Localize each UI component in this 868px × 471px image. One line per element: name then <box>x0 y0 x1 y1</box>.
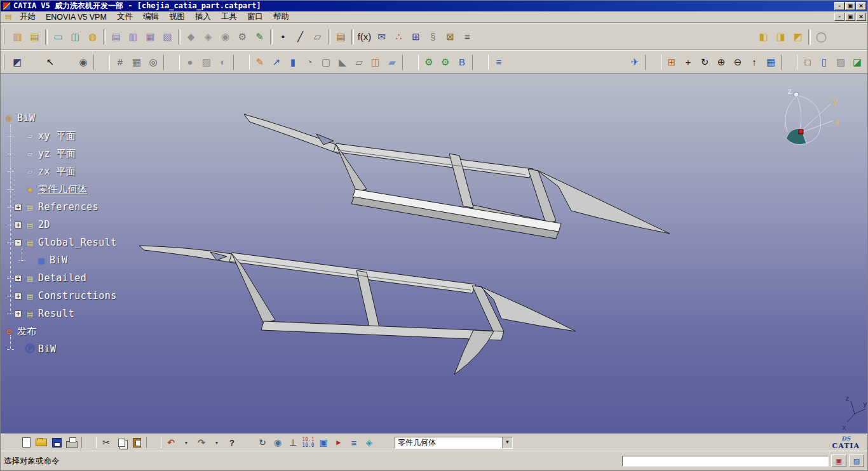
document-minimize-button[interactable]: - <box>834 13 844 21</box>
tree-item[interactable]: - ▤ Global_Result <box>3 234 117 251</box>
pocket-icon[interactable]: ▢ <box>318 55 334 70</box>
axis-system-icon[interactable] <box>285 435 301 449</box>
wireframe-cube-icon[interactable]: □ <box>799 55 816 70</box>
manual-update-icon[interactable]: ⚙ <box>437 55 454 70</box>
exit-workbench-icon[interactable]: ↗ <box>268 55 285 70</box>
design-table-icon[interactable]: ⊞ <box>407 29 424 45</box>
pan-icon[interactable]: + <box>680 55 696 70</box>
open-document-icon[interactable] <box>34 435 49 449</box>
update-arrow-icon[interactable] <box>331 435 346 449</box>
side-frame-lower[interactable] <box>139 246 576 375</box>
save-icon[interactable] <box>49 435 64 449</box>
undo-history-dropdown-icon[interactable] <box>179 435 194 449</box>
snap-to-point-icon[interactable]: # <box>112 55 128 70</box>
mass-properties-icon[interactable]: ◍ <box>84 29 101 45</box>
tree-item[interactable]: + ▤ Result <box>3 305 117 322</box>
redo-history-dropdown-icon[interactable] <box>209 435 224 449</box>
tree-expander[interactable]: - <box>15 239 22 246</box>
line-icon[interactable]: ╱ <box>292 29 309 45</box>
tree-item[interactable]: ▱ yz 平面 <box>3 145 117 163</box>
structure-list-icon[interactable] <box>346 435 362 449</box>
tree-item[interactable]: Ⓟ BiW <box>3 340 117 358</box>
document-close-button[interactable]: × <box>856 13 866 21</box>
restore-button[interactable]: ▣ <box>845 2 855 10</box>
checker-plane-icon[interactable]: ▨ <box>832 55 849 70</box>
tree-item[interactable]: ▱ zx 平面 <box>3 163 117 180</box>
freestyle-cut-icon[interactable]: ▦ <box>142 29 159 45</box>
open-catalog-icon[interactable]: ▤ <box>26 29 43 45</box>
menu-item[interactable]: 工具 <box>216 11 242 23</box>
tree-item[interactable]: + ▤ References <box>3 198 117 216</box>
tree-item[interactable]: ⚙ 发布 <box>3 322 117 340</box>
side-frame-upper[interactable] <box>244 114 670 239</box>
normal-view-icon[interactable]: ↑ <box>746 55 763 70</box>
compass[interactable]: z y x <box>785 87 839 145</box>
freestyle-paste-icon[interactable]: ▥ <box>125 29 142 45</box>
groove-icon[interactable]: ◔ <box>301 55 318 70</box>
zoom-out-icon[interactable]: ⊖ <box>729 55 746 70</box>
tree-expander[interactable]: + <box>15 293 22 300</box>
zoom-in-icon[interactable]: ⊕ <box>713 55 729 70</box>
work-grid-icon[interactable]: ▦ <box>128 55 145 70</box>
tree-item[interactable]: + ▤ Constructions <box>3 287 117 305</box>
lock-icon[interactable]: ⊠ <box>442 29 459 45</box>
ring-icon[interactable]: ◯ <box>813 29 830 45</box>
menu-item[interactable]: 视图 <box>164 11 190 23</box>
half-shaded-sphere-icon[interactable]: ◐ <box>215 55 231 70</box>
status-button-left[interactable]: ▣ <box>831 454 846 467</box>
create-multi-view-icon[interactable]: ▦ <box>763 55 779 70</box>
plane-icon[interactable]: ▱ <box>309 29 326 45</box>
sketcher-icon[interactable]: ✎ <box>252 55 268 70</box>
menu-item[interactable]: 窗口 <box>242 11 268 23</box>
document-restore-button[interactable]: ▣ <box>845 13 855 21</box>
close-button[interactable]: × <box>856 2 866 10</box>
catalog-browser-icon[interactable] <box>270 435 285 449</box>
hatch-plane-icon[interactable]: ▨ <box>198 55 215 70</box>
whats-this-icon[interactable] <box>224 435 240 449</box>
status-button-right[interactable]: ▨ <box>849 454 864 467</box>
toolbar-grip[interactable] <box>3 55 6 70</box>
tree-item[interactable]: ▱ xy 平面 <box>3 127 117 145</box>
snap-values-icon[interactable] <box>301 435 316 449</box>
link-manager-icon[interactable]: ◩ <box>9 55 25 70</box>
active-body-combobox[interactable]: 零件几何体 ▼ <box>395 437 513 449</box>
chamfer-icon[interactable]: ◣ <box>334 55 351 70</box>
tree-expander[interactable]: + <box>15 222 22 229</box>
point-icon[interactable]: • <box>275 29 292 45</box>
tree-expander[interactable]: + <box>15 204 22 211</box>
viewport-3d[interactable]: z y x z y x <box>1 74 867 434</box>
toolbar-grip[interactable] <box>3 29 6 44</box>
link-icon[interactable]: § <box>424 29 442 45</box>
thick-surface-icon[interactable]: ▰ <box>384 55 400 70</box>
document-window-icon[interactable]: ▤ <box>4 13 13 21</box>
refresh-icon[interactable] <box>255 435 270 449</box>
power-input-field[interactable] <box>622 456 829 467</box>
shading-cylinder-icon[interactable]: ▯ <box>816 55 832 70</box>
constraint-icon[interactable]: ∴ <box>390 29 407 45</box>
tree-item[interactable]: ◈ 零件几何体 <box>3 180 117 198</box>
freestyle-copy-icon[interactable]: ▤ <box>107 29 125 45</box>
update-icon[interactable]: ⚙ <box>421 55 437 70</box>
b-rep-icon[interactable]: B <box>454 55 470 70</box>
print-icon[interactable] <box>64 435 79 449</box>
menu-item[interactable]: 插入 <box>190 11 216 23</box>
tree-item[interactable]: + ▤ 2D <box>3 216 117 234</box>
menu-item[interactable]: 帮助 <box>268 11 294 23</box>
menu-item[interactable]: 编辑 <box>138 11 164 23</box>
revolve-icon[interactable]: ◈ <box>200 29 217 45</box>
paste-icon[interactable] <box>129 435 144 449</box>
menu-item[interactable]: 开始 <box>15 11 41 23</box>
tree-expander[interactable]: + <box>15 275 22 282</box>
sketch-check-icon[interactable]: ✎ <box>251 29 268 45</box>
minimize-button[interactable]: - <box>834 2 844 10</box>
plane-create-icon[interactable]: ▱ <box>351 55 367 70</box>
tree-item[interactable]: ⚙ BiW <box>3 109 117 127</box>
layers-icon[interactable]: ≡ <box>459 29 476 45</box>
catalog-browser-icon[interactable]: ▤ <box>332 29 349 45</box>
new-from-standard-icon[interactable]: ▥ <box>9 29 26 45</box>
rotate-icon[interactable]: ↻ <box>696 55 713 70</box>
measure-between-icon[interactable]: ◫ <box>67 29 84 45</box>
fly-mode-icon[interactable]: ✈ <box>627 55 643 70</box>
gear-settings-icon[interactable]: ⚙ <box>234 29 251 45</box>
shaded-sphere-icon[interactable]: ● <box>182 55 198 70</box>
